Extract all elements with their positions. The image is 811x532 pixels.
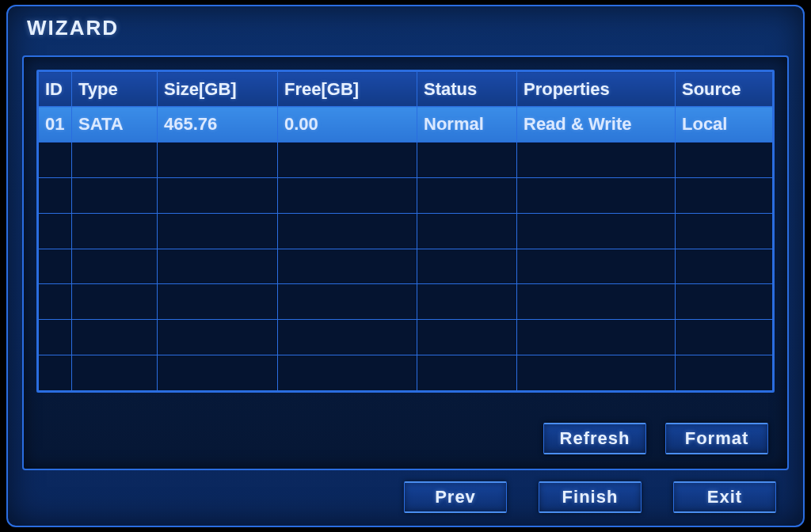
empty-cell [72, 142, 158, 177]
empty-cell [417, 142, 517, 177]
col-header-type: Type [72, 72, 158, 107]
col-header-source: Source [676, 72, 773, 107]
disk-table: ID Type Size[GB] Free[GB] Status Propert… [38, 71, 773, 391]
empty-cell [676, 249, 773, 284]
empty-cell [517, 177, 676, 213]
finish-button[interactable]: Finish [539, 481, 642, 513]
empty-cell [517, 355, 676, 391]
empty-cell [417, 284, 517, 320]
empty-cell [517, 249, 676, 284]
table-row [39, 320, 773, 355]
empty-cell [72, 320, 158, 355]
empty-cell [417, 249, 517, 284]
empty-cell [676, 320, 773, 355]
col-header-size: Size[GB] [158, 72, 278, 107]
table-row [39, 142, 773, 177]
empty-cell [72, 213, 158, 249]
empty-cell [676, 355, 773, 391]
empty-cell [158, 213, 278, 249]
content-panel: ID Type Size[GB] Free[GB] Status Propert… [22, 55, 789, 470]
empty-cell [72, 284, 158, 320]
table-row [39, 284, 773, 320]
table-row [39, 249, 773, 284]
empty-cell [158, 355, 278, 391]
inner-button-row: Refresh Format [543, 423, 768, 454]
cell-size: 465.76 [158, 107, 278, 142]
col-header-properties: Properties [517, 72, 676, 107]
col-header-id: ID [39, 72, 72, 107]
empty-cell [39, 284, 72, 320]
empty-cell [517, 213, 676, 249]
empty-cell [417, 355, 517, 391]
empty-cell [278, 320, 417, 355]
empty-cell [517, 142, 676, 177]
empty-cell [158, 320, 278, 355]
empty-cell [676, 213, 773, 249]
cell-free: 0.00 [278, 107, 417, 142]
empty-cell [39, 142, 72, 177]
cell-type: SATA [72, 107, 158, 142]
table-row [39, 355, 773, 391]
empty-cell [517, 284, 676, 320]
footer-button-row: Prev Finish Exit [404, 481, 776, 513]
empty-cell [278, 142, 417, 177]
wizard-window: WIZARD ID Type Size[GB] Free[GB] Status … [6, 5, 805, 527]
prev-button[interactable]: Prev [404, 481, 507, 513]
exit-button[interactable]: Exit [673, 481, 776, 513]
empty-cell [278, 177, 417, 213]
table-header-row: ID Type Size[GB] Free[GB] Status Propert… [39, 72, 773, 107]
cell-source: Local [676, 107, 773, 142]
table-row [39, 213, 773, 249]
empty-cell [676, 142, 773, 177]
empty-cell [278, 249, 417, 284]
empty-cell [278, 284, 417, 320]
refresh-button[interactable]: Refresh [543, 423, 646, 454]
empty-cell [676, 177, 773, 213]
empty-cell [278, 213, 417, 249]
cell-id: 01 [39, 107, 72, 142]
empty-cell [278, 355, 417, 391]
table-row[interactable]: 01SATA465.760.00NormalRead & WriteLocal [39, 107, 773, 142]
empty-cell [417, 177, 517, 213]
empty-cell [158, 249, 278, 284]
empty-cell [158, 284, 278, 320]
empty-cell [39, 320, 72, 355]
window-title: WIZARD [8, 6, 803, 49]
format-button[interactable]: Format [665, 423, 768, 454]
empty-cell [417, 213, 517, 249]
empty-cell [72, 177, 158, 213]
empty-cell [417, 320, 517, 355]
empty-cell [39, 355, 72, 391]
table-row [39, 177, 773, 213]
empty-cell [39, 213, 72, 249]
empty-cell [158, 142, 278, 177]
empty-cell [39, 177, 72, 213]
empty-cell [676, 284, 773, 320]
empty-cell [39, 249, 72, 284]
cell-properties: Read & Write [517, 107, 676, 142]
empty-cell [72, 249, 158, 284]
col-header-status: Status [417, 72, 517, 107]
col-header-free: Free[GB] [278, 72, 417, 107]
empty-cell [517, 320, 676, 355]
disk-table-wrap: ID Type Size[GB] Free[GB] Status Propert… [36, 70, 775, 393]
cell-status: Normal [417, 107, 517, 142]
empty-cell [72, 355, 158, 391]
empty-cell [158, 177, 278, 213]
